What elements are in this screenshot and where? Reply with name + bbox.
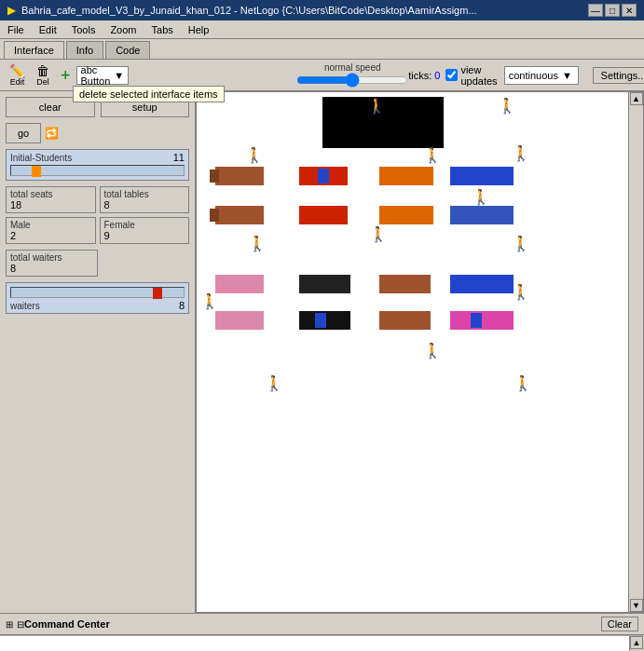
menu-zoom[interactable]: Zoom — [103, 22, 144, 37]
view-updates-row: view updates — [445, 64, 498, 87]
total-waiters-label: totlal waiters — [10, 252, 93, 263]
total-tables-monitor: total tables 8 — [100, 186, 190, 213]
cmd-vscroll: ▲ ▼ — [629, 636, 644, 651]
element-type-dropdown[interactable]: abc Button ▼ — [76, 66, 130, 85]
table-red-2 — [299, 206, 348, 224]
person-yellow-3: 🚶 — [423, 146, 442, 164]
command-center-title: Command Center — [24, 618, 601, 630]
tooltip: delete selected interface items — [73, 86, 225, 102]
person-yellow-4: 🚶 — [472, 188, 490, 206]
add-icon: + — [61, 67, 71, 84]
female-label: Female — [104, 220, 185, 230]
table-blue-4 — [450, 311, 514, 330]
person-pink-1: 🚶 — [367, 97, 386, 115]
ticks-value: 0 — [434, 70, 440, 81]
speed-control: normal speed — [296, 62, 408, 88]
female-value: 9 — [104, 230, 185, 241]
initial-students-thumb[interactable] — [32, 166, 41, 177]
total-seats-monitor: total seats 18 — [6, 186, 96, 213]
cmd-resize-icon2: ⊟ — [17, 619, 24, 630]
tab-code[interactable]: Code — [105, 41, 150, 59]
total-tables-value: 8 — [104, 199, 185, 210]
person-pink-3: 🚶 — [512, 144, 530, 162]
go-row: go 🔁 — [6, 123, 189, 143]
waiters-label: waiters — [10, 301, 40, 311]
scroll-down-button[interactable]: ▼ — [630, 599, 643, 612]
edit-button[interactable]: ✏️ Edit — [4, 62, 31, 88]
title-bar: ▶ Bahria_cafe_model_V3_by_Junaid_khan_01… — [0, 0, 644, 20]
total-tables-label: total tables — [104, 189, 185, 199]
edit-label: Edit — [10, 77, 25, 87]
ticks-display: ticks: 0 — [408, 70, 440, 81]
table-chair-2 — [210, 209, 219, 222]
table-pink-1 — [215, 275, 264, 293]
edit-icon: ✏️ — [9, 64, 25, 77]
total-seats-value: 18 — [10, 199, 91, 210]
vertical-scrollbar: ▲ ▼ — [628, 92, 643, 612]
table-chair-1 — [210, 170, 219, 183]
scroll-up-button[interactable]: ▲ — [630, 92, 643, 105]
initial-students-slider-box: Initial-Students 11 — [6, 149, 189, 181]
total-waiters-value: 8 — [10, 263, 93, 274]
view-updates-checkbox[interactable] — [445, 69, 458, 81]
male-label: Male — [10, 220, 91, 230]
person-blue-2 — [315, 313, 326, 328]
table-blue-1 — [450, 167, 514, 185]
dropdown-arrow-icon: ▼ — [114, 70, 124, 81]
menu-edit[interactable]: Edit — [32, 22, 64, 37]
simulation-canvas: 🚶 🚶 🚶 🚶 🚶 🚶 🚶 🚶 🚶 🚶 🚶 🚶 🚶 🚶 — [197, 92, 643, 612]
menu-tabs[interactable]: Tabs — [144, 22, 181, 37]
speed-slider[interactable] — [296, 73, 408, 88]
cmd-output: ▲ ▼ — [0, 635, 644, 651]
total-seats-label: total seats — [10, 189, 91, 199]
male-monitor: Male 2 — [6, 217, 96, 244]
menu-help[interactable]: Help — [181, 22, 217, 37]
person-yellow-2: 🚶 — [245, 146, 264, 164]
table-brown-2 — [215, 206, 264, 224]
continuous-dropdown[interactable]: continuous ▼ — [504, 66, 579, 85]
table-blue-2 — [450, 206, 514, 224]
person-pink-8: 🚶 — [265, 374, 283, 392]
cmd-scroll-up[interactable]: ▲ — [630, 636, 643, 649]
cmd-output-area — [0, 636, 629, 651]
table-orange-2 — [379, 206, 433, 224]
person-pink-2: 🚶 — [498, 97, 516, 115]
monitor-grid: total seats 18 total tables 8 Male 2 Fem… — [6, 186, 189, 244]
delete-button[interactable]: 🗑 Del — [31, 62, 55, 88]
ticks-label: ticks: — [408, 70, 432, 81]
left-panel: clear setup go 🔁 Initial-Students 11 tot… — [0, 91, 196, 613]
tab-info[interactable]: Info — [66, 41, 103, 59]
person-pink-9: 🚶 — [200, 292, 219, 310]
main-area: clear setup go 🔁 Initial-Students 11 tot… — [0, 91, 644, 613]
settings-button[interactable]: Settings... — [593, 67, 644, 84]
tab-interface[interactable]: Interface — [4, 41, 64, 59]
initial-students-label: Initial-Students — [10, 153, 72, 163]
cmd-resize-icon: ⊞ — [6, 619, 13, 630]
table-orange-1 — [379, 167, 433, 185]
view-updates-label: view updates — [460, 64, 498, 87]
delete-label: Del — [36, 77, 49, 87]
female-monitor: Female 9 — [100, 217, 190, 244]
minimize-button[interactable]: — — [588, 4, 603, 17]
clear-cmd-button[interactable]: Clear — [601, 617, 638, 631]
person-blue-1 — [318, 169, 329, 183]
total-waiters-monitor: totlal waiters 8 — [6, 250, 98, 277]
add-button[interactable]: + — [55, 65, 76, 86]
speed-label: normal speed — [324, 62, 381, 73]
table-pink-2 — [215, 311, 264, 330]
command-center-bar: ⊞ ⊟ Command Center Clear — [0, 613, 644, 635]
toolbar: ✏️ Edit 🗑 Del + abc Button ▼ delete sele… — [0, 60, 644, 91]
menu-tools[interactable]: Tools — [64, 22, 103, 37]
waiters-thumb[interactable] — [153, 288, 162, 299]
table-black-1 — [299, 275, 350, 293]
close-button[interactable]: ✕ — [622, 4, 637, 17]
menu-bar: File Edit Tools Zoom Tabs Help — [0, 20, 644, 39]
window-title: Bahria_cafe_model_V3_by_Junaid_khan_012 … — [21, 5, 586, 16]
person-pink-4: 🚶 — [369, 225, 388, 243]
person-pink-6: 🚶 — [512, 235, 530, 252]
go-loop-icon: 🔁 — [45, 127, 59, 140]
maximize-button[interactable]: □ — [605, 4, 620, 17]
menu-file[interactable]: File — [0, 22, 32, 37]
person-yellow-5: 🚶 — [512, 283, 530, 301]
go-button[interactable]: go — [6, 123, 41, 143]
